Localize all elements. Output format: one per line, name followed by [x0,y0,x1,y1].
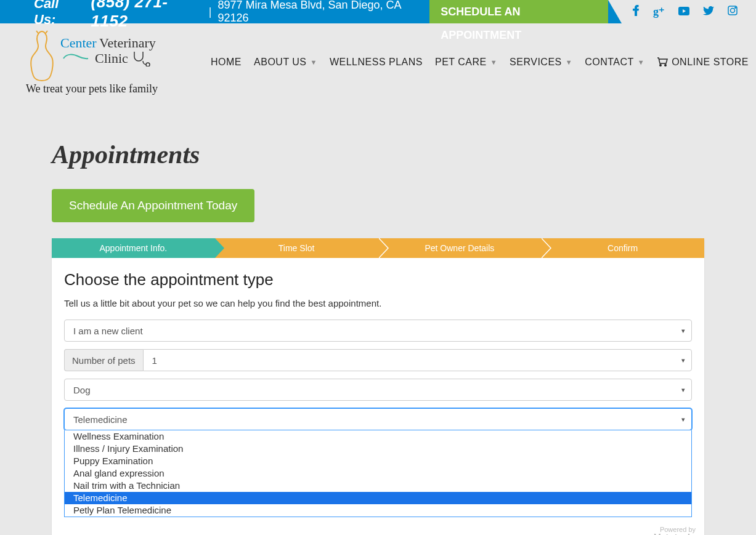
phone-number[interactable]: (858) 271-1152 [91,0,200,31]
appointment-type-select[interactable]: Telemedicine [64,408,692,430]
option-puppy[interactable]: Puppy Examination [65,455,691,467]
svg-point-4 [660,65,661,66]
google-plus-icon[interactable]: g⁺ [653,5,665,18]
nav-services[interactable]: SERVICES▼ [510,57,572,68]
logo-tagline: We treat your pets like family [26,82,186,95]
option-wellness[interactable]: Wellness Examination [65,430,691,443]
client-type-select[interactable]: I am a new client [64,320,692,342]
caret-down-icon: ▼ [490,58,497,66]
logo-cat-icon [60,52,91,65]
top-bar: Call Us: (858) 271-1152 | 8977 Mira Mesa… [0,0,756,23]
nav-petcare[interactable]: PET CARE▼ [435,57,497,68]
option-petly-telemedicine[interactable]: Petly Plan Telemedicine [65,504,691,517]
youtube-icon[interactable] [678,6,689,18]
main-nav: Center Veterinary Clinic We treat your p… [0,23,756,103]
option-telemedicine[interactable]: Telemedicine [65,492,691,504]
call-us-label: Call Us: [0,0,91,28]
logo-text-veterinary: Veterinary [99,35,156,50]
nav-home[interactable]: HOME [211,57,242,68]
step-confirm[interactable]: Confirm [541,238,704,258]
logo-text-center: Center [60,35,97,50]
num-pets-select[interactable]: 1 [143,349,692,371]
schedule-appointment-button[interactable]: SCHEDULE AN APPOINTMENT [429,0,608,23]
instagram-icon[interactable] [728,6,738,18]
option-illness[interactable]: Illness / Injury Examination [65,443,691,455]
option-nail-trim[interactable]: Nail trim with a Technician [65,480,691,492]
page-title: Appointments [52,140,704,169]
step-time-slot[interactable]: Time Slot [215,238,378,258]
caret-down-icon: ▼ [311,58,317,66]
schedule-today-button[interactable]: Schedule An Appointment Today [52,189,254,222]
num-pets-label: Number of pets [64,349,143,371]
step-appointment-info[interactable]: Appointment Info. [52,238,215,258]
social-icons: g⁺ [622,0,756,23]
logo-dog-icon [26,28,58,84]
address-text: 8977 Mira Mesa Blvd, San Diego, CA 92126 [217,0,426,25]
appointment-type-dropdown: Wellness Examination Illness / Injury Ex… [64,430,692,517]
powered-by: Powered by Vetstoria [52,523,704,535]
stethoscope-icon [132,50,150,66]
cart-icon [657,57,668,66]
caret-down-icon: ▼ [566,58,572,66]
nav-online-store[interactable]: ONLINE STORE [657,57,749,68]
step-owner-details[interactable]: Pet Owner Details [378,238,542,258]
logo[interactable]: Center Veterinary Clinic We treat your p… [26,28,186,95]
form-heading: Choose the appointment type [64,270,692,289]
caret-down-icon: ▼ [638,58,644,66]
species-select[interactable]: Dog [64,379,692,401]
logo-text-clinic: Clinic [95,50,128,66]
page-content: Appointments Schedule An Appointment Tod… [0,103,756,535]
svg-point-3 [735,7,736,8]
svg-point-2 [731,8,735,12]
diagonal-divider [608,0,622,23]
wizard-steps: Appointment Info. Time Slot Pet Owner De… [52,238,704,258]
form-subtext: Tell us a little bit about your pet so w… [64,298,692,308]
facebook-icon[interactable] [633,5,640,19]
svg-point-5 [665,65,666,66]
nav-contact[interactable]: CONTACT▼ [585,57,644,68]
option-anal-gland[interactable]: Anal gland expression [65,467,691,480]
nav-wellness[interactable]: WELLNESS PLANS [330,57,423,68]
twitter-icon[interactable] [703,6,714,18]
separator: | [200,6,218,18]
nav-about[interactable]: ABOUT US▼ [254,57,317,68]
nav-links: HOME ABOUT US▼ WELLNESS PLANS PET CARE▼ … [211,57,756,68]
appointment-wizard: Appointment Info. Time Slot Pet Owner De… [52,238,704,535]
